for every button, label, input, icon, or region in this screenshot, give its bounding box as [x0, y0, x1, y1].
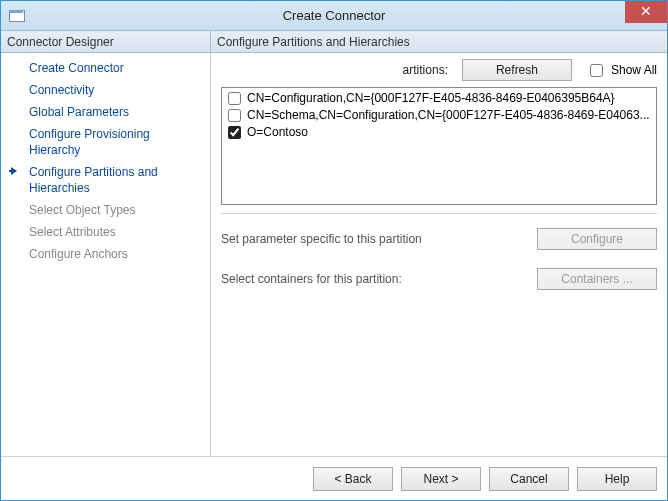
- partition-checkbox[interactable]: [228, 92, 241, 105]
- partition-row[interactable]: CN=Schema,CN=Configuration,CN={000F127F-…: [226, 107, 652, 124]
- partition-label: CN=Schema,CN=Configuration,CN={000F127F-…: [247, 107, 650, 124]
- showall-field[interactable]: Show All: [580, 63, 657, 77]
- partitions-toolbar: artitions: Refresh Show All: [211, 53, 667, 85]
- section-header: Connector Designer Configure Partitions …: [1, 31, 667, 53]
- sidebar-item-create-connector[interactable]: Create Connector: [1, 57, 210, 79]
- divider: [221, 213, 657, 214]
- footer: < Back Next > Cancel Help: [1, 456, 667, 500]
- close-button[interactable]: ✕: [625, 1, 667, 23]
- showall-checkbox[interactable]: [590, 64, 603, 77]
- parameters-section: Set parameter specific to this partition…: [211, 218, 667, 312]
- showall-label: Show All: [611, 63, 657, 77]
- window-frame: Create Connector ✕ Connector Designer Co…: [0, 0, 668, 501]
- partitions-label: artitions:: [221, 63, 454, 77]
- partition-row[interactable]: O=Contoso: [226, 124, 652, 141]
- sidebar-item-label: Create Connector: [29, 61, 124, 75]
- sidebar-item-global-parameters[interactable]: Global Parameters: [1, 101, 210, 123]
- sidebar-item-select-attributes: Select Attributes: [1, 221, 210, 243]
- containers-row: Select containers for this partition: Co…: [221, 268, 657, 290]
- next-button[interactable]: Next >: [401, 467, 481, 491]
- help-button[interactable]: Help: [577, 467, 657, 491]
- close-icon: ✕: [640, 3, 652, 19]
- partitions-listbox[interactable]: CN=Configuration,CN={000F127F-E405-4836-…: [221, 87, 657, 205]
- configure-button[interactable]: Configure: [537, 228, 657, 250]
- titlebar: Create Connector ✕: [1, 1, 667, 31]
- containers-button[interactable]: Containers ...: [537, 268, 657, 290]
- partition-checkbox[interactable]: [228, 109, 241, 122]
- partition-label: CN=Configuration,CN={000F127F-E405-4836-…: [247, 90, 615, 107]
- partition-checkbox[interactable]: [228, 126, 241, 139]
- sidebar-item-label: Configure Anchors: [29, 247, 128, 261]
- partition-label: O=Contoso: [247, 124, 308, 141]
- sidebar-item-label: Global Parameters: [29, 105, 129, 119]
- sidebar-item-partitions-hierarchies[interactable]: Configure Partitions and Hierarchies: [1, 161, 210, 199]
- containers-label: Select containers for this partition:: [221, 272, 537, 286]
- sidebar-item-label: Connectivity: [29, 83, 94, 97]
- configure-row: Set parameter specific to this partition…: [221, 228, 657, 250]
- sidebar-item-label: Configure Provisioning Hierarchy: [29, 127, 150, 157]
- app-icon: [9, 8, 25, 24]
- sidebar-item-label: Select Attributes: [29, 225, 116, 239]
- sidebar-item-connectivity[interactable]: Connectivity: [1, 79, 210, 101]
- sidebar-item-select-object-types: Select Object Types: [1, 199, 210, 221]
- cancel-button[interactable]: Cancel: [489, 467, 569, 491]
- sidebar-header: Connector Designer: [1, 31, 211, 52]
- sidebar-item-provisioning-hierarchy[interactable]: Configure Provisioning Hierarchy: [1, 123, 210, 161]
- refresh-button[interactable]: Refresh: [462, 59, 572, 81]
- body: Create Connector Connectivity Global Par…: [1, 53, 667, 456]
- window-title: Create Connector: [1, 8, 667, 23]
- sidebar-item-label: Configure Partitions and Hierarchies: [29, 165, 158, 195]
- page-title: Configure Partitions and Hierarchies: [211, 31, 667, 52]
- partition-row[interactable]: CN=Configuration,CN={000F127F-E405-4836-…: [226, 90, 652, 107]
- sidebar: Create Connector Connectivity Global Par…: [1, 53, 211, 456]
- sidebar-item-label: Select Object Types: [29, 203, 136, 217]
- sidebar-item-configure-anchors: Configure Anchors: [1, 243, 210, 265]
- back-button[interactable]: < Back: [313, 467, 393, 491]
- main-panel: artitions: Refresh Show All CN=Configura…: [211, 53, 667, 456]
- configure-label: Set parameter specific to this partition: [221, 232, 537, 246]
